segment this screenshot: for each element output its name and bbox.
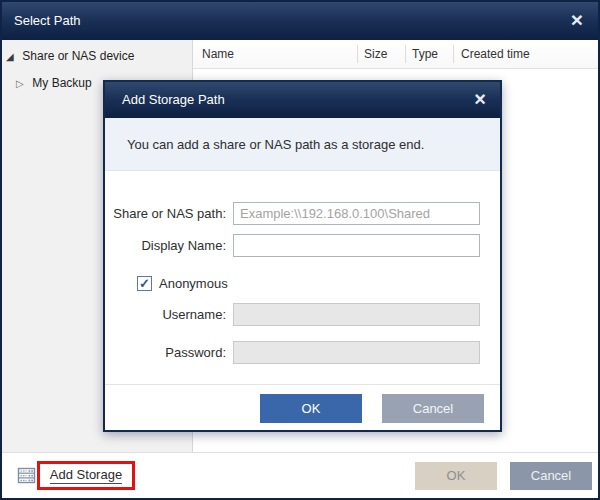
tree-collapsed-icon[interactable]: ▷ xyxy=(16,72,29,95)
add-storage-path-dialog: Add Storage Path × You can add a share o… xyxy=(103,80,502,432)
close-icon[interactable]: × xyxy=(564,2,590,40)
add-storage-link[interactable]: Add Storage xyxy=(50,467,122,484)
column-header-size[interactable]: Size xyxy=(364,40,387,68)
share-path-input[interactable] xyxy=(233,202,480,225)
column-separator xyxy=(405,45,406,63)
anonymous-checkbox[interactable]: ✓ xyxy=(137,276,152,291)
window-title: Select Path xyxy=(14,13,81,28)
modal-cancel-button[interactable]: Cancel xyxy=(382,394,484,423)
column-separator xyxy=(453,45,454,63)
column-header-type[interactable]: Type xyxy=(412,40,438,68)
modal-titlebar: Add Storage Path × xyxy=(105,82,500,118)
file-table-header: Name Size Type Created time xyxy=(193,40,598,69)
tree-item-share-or-nas-device[interactable]: ◢ Share or NAS device xyxy=(2,40,192,68)
column-header-name[interactable]: Name xyxy=(202,40,234,68)
anonymous-label: Anonymous xyxy=(159,276,228,292)
display-name-label: Display Name: xyxy=(105,234,226,257)
close-icon[interactable]: × xyxy=(468,82,492,118)
window-titlebar: Select Path × xyxy=(2,2,598,40)
bottom-action-bar: Add Storage OK Cancel xyxy=(2,452,598,498)
tree-item-label[interactable]: Share or NAS device xyxy=(22,49,134,63)
storage-icon xyxy=(17,466,36,489)
share-path-label: Share or NAS path: xyxy=(105,202,226,225)
modal-footer-divider xyxy=(105,384,500,385)
modal-ok-button[interactable]: OK xyxy=(260,394,362,423)
add-storage-highlight-box: Add Storage xyxy=(37,461,135,490)
modal-title: Add Storage Path xyxy=(122,92,225,107)
password-input xyxy=(233,341,480,364)
username-input xyxy=(233,303,480,326)
cancel-button[interactable]: Cancel xyxy=(510,462,592,490)
column-separator xyxy=(357,45,358,63)
modal-info-banner: You can add a share or NAS path as a sto… xyxy=(105,118,500,171)
tree-expanded-icon[interactable]: ◢ xyxy=(6,45,19,68)
select-path-window: Select Path × ◢ Share or NAS device ▷ My… xyxy=(0,0,600,500)
ok-button[interactable]: OK xyxy=(415,462,497,490)
checkmark-icon: ✓ xyxy=(139,276,150,291)
display-name-input[interactable] xyxy=(233,234,480,257)
modal-info-text: You can add a share or NAS path as a sto… xyxy=(127,137,424,152)
tree-item-label[interactable]: My Backup xyxy=(32,76,91,90)
column-header-created-time[interactable]: Created time xyxy=(461,40,530,68)
password-label: Password: xyxy=(105,341,226,364)
username-label: Username: xyxy=(105,303,226,326)
